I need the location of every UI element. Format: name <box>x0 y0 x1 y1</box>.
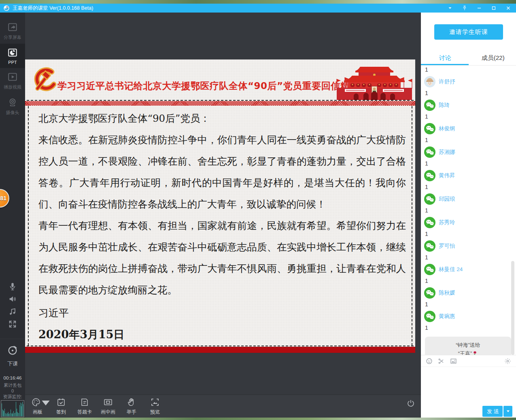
chat-sender-name[interactable]: 邱园琅 <box>439 195 455 203</box>
tab-members[interactable]: 成员(22) <box>482 54 505 62</box>
preview-icon <box>150 397 160 407</box>
collapse-icon[interactable] <box>446 4 454 12</box>
chat-message-text: 1 <box>425 231 512 237</box>
toolbar-item-label: 画中画 <box>101 409 115 416</box>
chat-settings-gear-icon[interactable] <box>504 358 511 365</box>
chat-message-header: 黄伟昇 <box>424 170 512 181</box>
end-class-button[interactable]: 下课 <box>0 339 25 367</box>
resource-bar <box>2 403 2 416</box>
resource-bar <box>3 410 4 416</box>
chat-message-header: 邱园琅 <box>424 193 512 205</box>
chat-message-header: 黄琬惠 <box>424 311 512 322</box>
drawing-board-icon <box>31 397 41 407</box>
resource-bar <box>23 404 23 416</box>
toolbar-item-label: 举手 <box>127 409 136 416</box>
red-band-bottom <box>25 347 415 353</box>
pip-icon <box>103 397 113 407</box>
sidebar-tool-camera[interactable]: 摄像头 <box>0 93 25 119</box>
chat-sender-name[interactable]: 苏秀玲 <box>439 219 455 226</box>
resource-bar <box>19 413 19 416</box>
answer-card-icon <box>80 397 89 407</box>
chat-sender-name[interactable]: 林俊纲 <box>439 125 455 132</box>
resource-bar <box>6 414 6 416</box>
music-icon[interactable] <box>8 307 17 316</box>
chat-message-text: 1 <box>425 301 512 308</box>
red-checker-band <box>25 101 415 106</box>
chat-sender-name[interactable]: 黄琬惠 <box>439 313 455 320</box>
resource-bar <box>13 414 13 416</box>
chat-sender-name[interactable]: 林曼佳 24 <box>439 266 463 273</box>
toolbar-item-answer-card[interactable]: 答题卡 <box>78 397 91 416</box>
chat-tabs: 讨论 成员(22) <box>421 54 516 65</box>
chat-message-header: 许舒抒 <box>424 76 512 87</box>
packet-loss-value: 0 <box>0 388 25 394</box>
fullscreen-icon[interactable] <box>8 320 17 329</box>
sign-in-icon <box>56 397 66 407</box>
toolbar-item-preview[interactable]: 预览 <box>148 397 162 416</box>
chat-message: 许舒抒 1 <box>424 76 512 96</box>
gift-notification-line2: “王嘉” <box>427 349 509 355</box>
image-icon[interactable] <box>450 358 457 365</box>
resource-bar <box>12 413 13 417</box>
tab-discussion[interactable]: 讨论 <box>439 54 451 62</box>
chat-message-list[interactable]: 1 许舒抒 1 陈琦 1 林俊纲 1 苏湘娜 1 黄伟昇 1 <box>421 66 516 355</box>
minimize-icon[interactable] <box>476 4 483 12</box>
chat-sender-name[interactable]: 苏湘娜 <box>439 148 455 156</box>
toolbar-item-sign-in[interactable]: 签到 <box>54 397 68 416</box>
praise-count-badge[interactable]: 81 <box>0 189 9 208</box>
screenshot-scissors-icon[interactable] <box>438 358 445 365</box>
send-button[interactable]: 发送 <box>482 406 503 417</box>
tool-label: 摄像头 <box>6 110 19 116</box>
chat-message: 黄琬惠 1 <box>424 311 512 331</box>
play-video-icon <box>7 72 18 82</box>
letter-signature: 习近平 <box>38 302 406 324</box>
microphone-icon[interactable] <box>8 282 17 291</box>
power-button[interactable] <box>406 399 415 409</box>
resource-monitor-chart <box>1 400 24 417</box>
maximize-icon[interactable] <box>490 4 497 12</box>
chat-message-header: 林曼佳 24 <box>424 264 512 275</box>
chat-message-text: 1 <box>425 66 512 73</box>
chat-scrollbar[interactable] <box>511 261 514 355</box>
wechat-avatar <box>424 311 435 322</box>
chat-sender-name[interactable]: 罗可怡 <box>439 242 455 250</box>
invite-students-button[interactable]: 邀请学生听课 <box>434 24 503 40</box>
chat-message: 林曼佳 24 1 <box>424 264 512 284</box>
app-logo-icon <box>3 5 10 11</box>
titlebar: 王嘉老师的课堂 Ver(1.0.0.168 Beta) <box>0 4 516 13</box>
chat-sender-name[interactable]: 陈秋媛 <box>439 289 455 297</box>
pin-icon[interactable] <box>461 4 468 12</box>
speaker-icon[interactable] <box>8 295 17 303</box>
chat-sender-name[interactable]: 陈琦 <box>439 102 450 109</box>
resource-bar <box>14 413 15 416</box>
chat-sender-name[interactable]: 黄伟昇 <box>439 172 455 179</box>
chat-input[interactable] <box>421 367 516 405</box>
chat-message-text: 1 <box>425 184 512 190</box>
toolbar-item-label: 答题卡 <box>77 409 92 416</box>
send-options-button[interactable] <box>503 406 512 417</box>
chat-sender-name[interactable]: 许舒抒 <box>439 78 455 85</box>
slide-title: 学习习近平总书记给北京大学援鄂医疗队全体“90后”党员重要回信精神 <box>57 80 359 92</box>
chat-panel: 邀请学生听课 讨论 成员(22) 1 许舒抒 1 陈琦 1 林俊纲 1 苏湘娜 <box>421 13 516 418</box>
chat-message: 苏湘娜 1 <box>424 146 512 167</box>
praise-count: 81 <box>0 195 6 202</box>
wechat-avatar <box>424 287 435 299</box>
resource-bar <box>2 409 3 416</box>
tool-label: 分享屏幕 <box>4 34 21 40</box>
emoji-icon[interactable] <box>426 358 433 365</box>
resource-bar <box>21 406 21 416</box>
toolbar-item-label: 预览 <box>150 409 160 416</box>
chat-message: 陈秋媛 1 <box>424 287 512 308</box>
close-icon[interactable] <box>505 4 512 12</box>
resource-bar <box>21 403 22 416</box>
sidebar-tool-share-screen[interactable]: 分享屏幕 <box>0 18 25 44</box>
bottom-toolbar: 画板 签到 答题卡 画中画 举手 预览 <box>25 395 421 418</box>
toolbar-item-drawing-board[interactable]: 画板 <box>31 397 45 416</box>
main-content: 学习习近平总书记给北京大学援鄂医疗队全体“90后”党员重要回信精神 北京大学援鄂… <box>25 13 421 418</box>
resource-bar <box>17 409 17 416</box>
toolbar-item-pip[interactable]: 画中画 <box>101 397 115 416</box>
sidebar-tool-ppt[interactable]: PPT <box>0 44 25 68</box>
sidebar-tool-play-video[interactable]: 播放视频 <box>0 68 25 93</box>
toolbar-item-raise-hand[interactable]: 举手 <box>125 397 138 416</box>
wechat-avatar <box>424 146 435 158</box>
